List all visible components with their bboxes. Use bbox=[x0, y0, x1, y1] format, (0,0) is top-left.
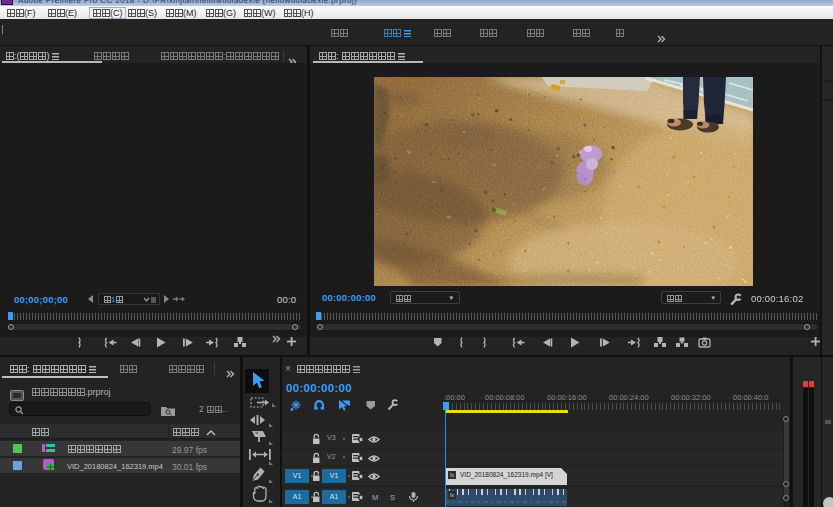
svg-text:S: S bbox=[390, 493, 395, 502]
svg-text:M: M bbox=[372, 493, 378, 502]
